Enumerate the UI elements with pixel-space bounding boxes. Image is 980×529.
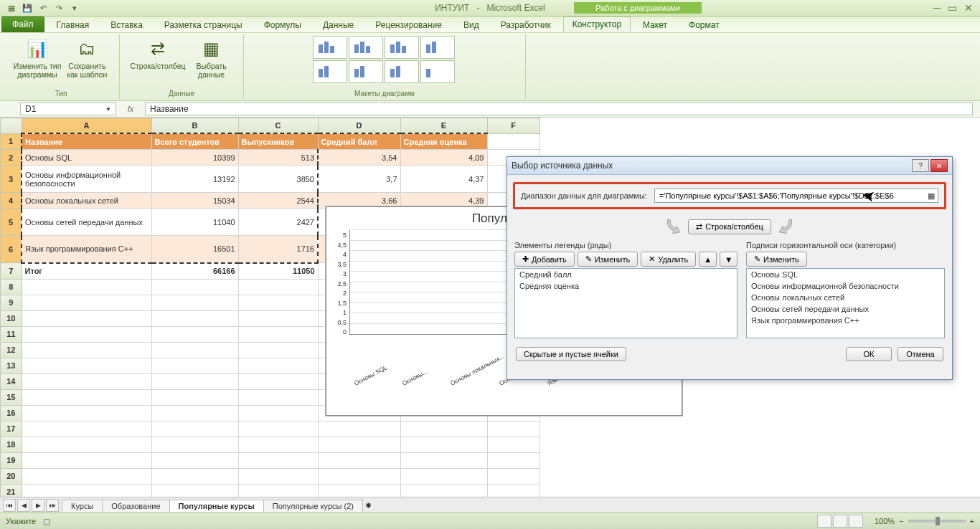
page-break-view-icon[interactable] [849, 515, 863, 528]
move-down-button[interactable]: ▼ [720, 252, 738, 267]
qat-more-icon[interactable]: ▾ [69, 2, 80, 14]
legend-entries-label: Элементы легенды (ряды) [514, 241, 738, 249]
restore-icon[interactable]: ▭ [948, 2, 957, 14]
first-sheet-icon[interactable]: ⏮ [3, 499, 16, 512]
sheet-tabs-bar: ⏮ ◀ ▶ ⏭ Курсы Образование Популярные кур… [0, 497, 980, 513]
redo-icon[interactable]: ↷ [53, 2, 65, 14]
status-mode: Укажите [6, 517, 36, 525]
view-buttons [817, 515, 863, 528]
layout-thumb[interactable] [313, 60, 347, 83]
ok-button[interactable]: ОК [846, 347, 892, 361]
zoom-in-icon[interactable]: + [970, 517, 974, 525]
svg-rect-10 [432, 42, 436, 53]
next-sheet-icon[interactable]: ▶ [32, 499, 44, 512]
window-buttons: ─ ▭ ✕ [933, 2, 980, 14]
tab-format[interactable]: Формат [679, 17, 729, 32]
normal-view-icon[interactable] [817, 515, 831, 528]
categories-listbox[interactable]: Основы SQLОсновы информационной безопасн… [746, 268, 945, 338]
tab-data[interactable]: Данные [314, 17, 363, 32]
title-bar: ▦ 💾 ↶ ↷ ▾ ИНТУИТ-Microsoft Excel Работа … [0, 0, 980, 16]
zoom-out-icon[interactable]: − [899, 517, 903, 525]
add-series-button[interactable]: ✚Добавить [514, 252, 575, 267]
group-type-label: Тип [3, 90, 119, 97]
layout-thumb[interactable] [385, 36, 419, 59]
chart-type-icon: 📊 [26, 37, 49, 60]
tab-view[interactable]: Вид [454, 17, 489, 32]
sheet-tab[interactable]: Курсы [62, 500, 103, 512]
tab-review[interactable]: Рецензирование [366, 17, 451, 32]
tab-developer[interactable]: Разработчик [491, 17, 560, 32]
layout-thumb[interactable] [385, 60, 419, 83]
edit-icon: ✎ [754, 254, 760, 264]
minimize-icon[interactable]: ─ [933, 2, 941, 14]
range-input[interactable]: ▦ [654, 189, 938, 203]
delete-series-button[interactable]: ✕Удалить [641, 252, 696, 267]
formula-bar[interactable]: Название [145, 103, 973, 115]
select-data-icon: ▦ [200, 37, 223, 60]
tab-insert[interactable]: Вставка [101, 17, 152, 32]
series-listbox[interactable]: Средний баллСредняя оценка [514, 268, 738, 338]
chart-y-axis: 54,543,532,521,510,50 [326, 230, 349, 337]
excel-icon: ▦ [6, 2, 17, 14]
last-sheet-icon[interactable]: ⏭ [46, 499, 59, 512]
save-template-button[interactable]: 🗂 Сохранить как шаблон [65, 36, 108, 97]
sheet-tab[interactable]: Образование [102, 500, 169, 512]
name-box[interactable]: D1▼ [20, 103, 116, 115]
select-data-button[interactable]: ▦ Выбрать данные [190, 36, 233, 97]
worksheet[interactable]: ABCDEF1НазваниеВсего студентовВыпускнико… [0, 118, 980, 497]
hidden-cells-button[interactable]: Скрытые и пустые ячейки [516, 347, 626, 361]
new-sheet-icon[interactable]: ✸ [365, 501, 372, 510]
range-picker-icon[interactable]: ▦ [928, 191, 935, 201]
tab-layout[interactable]: Макет [633, 17, 677, 32]
tab-page-layout[interactable]: Разметка страницы [155, 17, 252, 32]
svg-rect-6 [390, 44, 395, 53]
svg-rect-17 [426, 69, 430, 77]
chart-layouts-gallery[interactable] [313, 36, 456, 83]
switch-row-col-button[interactable]: ⇄Строка/столбец [688, 219, 771, 234]
fx-icon[interactable]: fx [116, 105, 145, 113]
chevron-down-icon[interactable]: ▼ [105, 106, 111, 113]
layout-thumb[interactable] [349, 36, 383, 59]
close-icon[interactable]: ✕ [964, 2, 973, 14]
zoom-slider[interactable] [908, 520, 966, 523]
save-icon[interactable]: 💾 [22, 2, 33, 14]
svg-rect-9 [426, 44, 430, 53]
tab-formulas[interactable]: Формулы [255, 17, 311, 32]
sheet-tab[interactable]: Популярные курсы (2) [263, 500, 363, 512]
status-bar: Укажите ▢ 100% − + [0, 513, 980, 529]
close-icon[interactable]: ✕ [930, 159, 948, 172]
axis-labels-label: Подписи горизонтальной оси (категории) [746, 241, 945, 249]
group-data-label: Данные [120, 90, 243, 97]
cancel-button[interactable]: Отмена [897, 347, 943, 361]
switch-row-col-button[interactable]: ⇄ Строка/столбец [130, 36, 185, 97]
range-field[interactable] [658, 191, 928, 201]
delete-icon: ✕ [649, 254, 655, 264]
change-chart-type-button[interactable]: 📊 Изменить тип диаграммы [14, 36, 62, 97]
edit-series-button[interactable]: ✎Изменить [578, 252, 639, 267]
help-icon[interactable]: ? [912, 159, 929, 172]
edit-axis-button[interactable]: ✎Изменить [746, 252, 807, 267]
prev-sheet-icon[interactable]: ◀ [17, 499, 30, 512]
switch-icon: ⇄ [146, 37, 169, 60]
dialog-title-bar[interactable]: Выбор источника данных ? ✕ [507, 157, 952, 175]
ribbon: 📊 Изменить тип диаграммы 🗂 Сохранить как… [0, 33, 980, 101]
tab-design[interactable]: Конструктор [563, 16, 631, 32]
undo-icon[interactable]: ↶ [37, 2, 49, 14]
page-layout-view-icon[interactable] [833, 515, 847, 528]
tab-file[interactable]: Файл [1, 16, 44, 32]
switch-icon: ⇄ [696, 222, 702, 232]
layout-thumb[interactable] [420, 60, 455, 83]
edit-icon: ✎ [585, 254, 592, 264]
zoom-level[interactable]: 100% [875, 517, 895, 525]
ribbon-tabs: Файл Главная Вставка Разметка страницы Ф… [0, 16, 980, 33]
macro-record-icon[interactable]: ▢ [43, 517, 50, 526]
layout-thumb[interactable] [420, 36, 455, 59]
sheet-tab[interactable]: Популярные курсы [169, 500, 264, 512]
layout-thumb[interactable] [349, 60, 383, 83]
tab-home[interactable]: Главная [47, 17, 99, 32]
move-up-button[interactable]: ▲ [699, 252, 717, 267]
layout-thumb[interactable] [313, 36, 347, 59]
svg-rect-4 [360, 42, 364, 53]
svg-rect-11 [319, 69, 323, 77]
chart-data-range-row: Диапазон данных для диаграммы: ▦ [513, 182, 946, 209]
